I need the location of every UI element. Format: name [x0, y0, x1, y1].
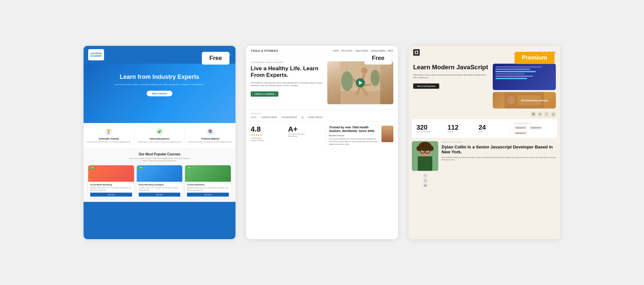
card-preview-health: Free YOGA & FITNESS Home All Courses Yog…: [246, 46, 398, 239]
ld-hero-sub: Lorem ipsum dolor sit amet, consectetur …: [90, 83, 229, 86]
ec-author-desc: Duis hendrerit consequat pulvinar leo po…: [442, 156, 557, 161]
ec-author: t in ▶ ABOUT THE AUTHOR Dylan Collin Is …: [412, 141, 557, 189]
hc-stat-rating: 4.8 ★★★★★ 1,356 RatingsGoogle Reviews: [251, 126, 283, 145]
ld-course-desc-3: Repellat praesentiam cum. Ullamcorper sc…: [187, 187, 229, 191]
svg-point-21: [428, 146, 434, 151]
ld-popular-sub: Lorem ipsum dolor sit amet, consectetur …: [88, 157, 231, 162]
hc-feat-logo-1: ⊙⊙⊙: [251, 116, 257, 119]
ld-features: 🏆 Actionable Training Lorem ipsum dolor …: [84, 123, 235, 148]
hc-stat-stars: ★★★★★: [251, 134, 283, 137]
ec-stat-articles: 112 Articles: [447, 124, 473, 133]
hc-stat-num-rating: 4.8: [251, 126, 283, 133]
ec-social-twitter[interactable]: t: [423, 174, 427, 177]
ld-course-thumb-3: Free: [185, 165, 231, 182]
ec-hero-images: Extraordinary sample: [493, 64, 556, 109]
ld-course-thumb-1: Free: [88, 165, 134, 182]
ec-icon-gear[interactable]: ⚙: [537, 112, 543, 117]
ld-course-body-3: Content Marketing Repellat praesentiam c…: [185, 182, 231, 199]
card-ecourse: Premium Lessons About Contact Learn Mode…: [409, 46, 560, 239]
hc-nav-courses[interactable]: All Courses: [341, 49, 352, 52]
ec-stat-years: 24 Years: [479, 124, 504, 133]
card-health-coach: Free YOGA & FITNESS Home All Courses Yog…: [246, 46, 398, 239]
ec-hero-title: Learn Modern JavaScript: [413, 64, 489, 71]
ec-about-label: ABOUT THE AUTHOR: [442, 141, 557, 143]
ld-course-thumb-2: Free: [137, 165, 183, 182]
badge-free-1[interactable]: Free: [202, 52, 230, 65]
ec-author-info: ABOUT THE AUTHOR Dylan Collin Is a Senio…: [442, 141, 557, 161]
ec-icon-image[interactable]: 🖼: [531, 112, 536, 117]
svg-rect-22: [418, 156, 432, 171]
ld-course-desc-2: In porttitor libero velit, Tincidunt viv…: [139, 187, 181, 191]
hc-testimonial-author: Boodoo Simone: [329, 135, 379, 137]
ld-course-btn-1[interactable]: See more: [90, 193, 132, 197]
ld-feature-desc-1: Lorem ipsum dolor sit amet, consectetur …: [86, 141, 131, 143]
ld-feature-desc-3: Lorem ipsum dolor sit amet, consectetur …: [188, 141, 233, 143]
hc-stat-label-grade: On Student ReviewsBBB Rating: [288, 133, 320, 138]
ld-course-badge-3: Free: [186, 167, 192, 169]
ec-hero-text: Learn Modern JavaScript Nulla semper rho…: [413, 64, 489, 109]
ec-icon-grid[interactable]: ⊞: [551, 112, 556, 117]
badge-premium[interactable]: Premium: [515, 52, 555, 64]
svg-point-14: [507, 96, 515, 104]
hc-hero-tag: ON-DEMAND VIDEO COURSES: [251, 61, 323, 63]
ec-logo-inner: [415, 51, 418, 54]
ld-courses: Free Social Media Marketing Repellat pra…: [88, 165, 231, 199]
hc-stat-desc: Trusted by over 7000 Health Seekers, Wor…: [326, 126, 394, 145]
ec-author-social: t in ▶: [423, 172, 427, 189]
ld-feature-title-2: Interesting Quizzes: [137, 138, 182, 140]
hc-feat-logo-2: LNKDIN PRESS: [261, 116, 277, 118]
ec-featured-logos: logolpsum logolpsum logolpsum: [514, 126, 553, 135]
ld-feature-title-1: Actionable Training: [86, 138, 131, 140]
ec-hero: Learn Modern JavaScript Nulla semper rho…: [409, 59, 560, 112]
ld-popular: Our Most Popular Courses Lorem ipsum dol…: [84, 148, 235, 202]
svg-point-20: [416, 146, 422, 151]
badge-free-2[interactable]: Free: [364, 52, 392, 65]
hc-feat-logo-3: CRUNCHBASE: [282, 116, 297, 118]
card-learndash: Free LearnDash ACADEMY Home All Courses: [84, 46, 235, 239]
ec-feat-logo-2: logolpsum: [529, 126, 542, 129]
ec-social-linkedin[interactable]: in: [423, 178, 427, 182]
ld-feature-title-3: Premium Material: [188, 138, 233, 140]
ld-course-body-1: Social Media Marketing Repellat praesent…: [88, 182, 134, 199]
hc-stat-num-grade: A+: [288, 126, 320, 133]
ec-hero-btn[interactable]: Start Learning Now: [413, 83, 439, 89]
hc-play-icon: [359, 81, 362, 85]
ld-hero-btn[interactable]: View Courses: [147, 91, 172, 96]
ec-hero-img-sec: Extraordinary sample: [493, 92, 556, 109]
hc-featured-label: Featured In: [251, 112, 393, 114]
ld-feature-2: 🧩 Interesting Quizzes Lorem ipsum dolor …: [134, 123, 185, 148]
ec-social-youtube[interactable]: ▶: [423, 183, 427, 187]
ld-course-1: Free Social Media Marketing Repellat pra…: [88, 165, 134, 199]
ld-course-2: Free Email Marketing Strategies In portt…: [137, 165, 183, 199]
ld-hero-title: Learn from Industry Experts: [90, 74, 229, 80]
ld-course-btn-3[interactable]: See more: [187, 193, 229, 197]
ec-icon-filter[interactable]: ▽: [544, 112, 549, 117]
ld-course-btn-2[interactable]: See more: [139, 193, 181, 197]
ec-feat-logo-3: logolpsum: [514, 131, 527, 135]
ld-course-title-2: Email Marketing Strategies: [139, 184, 181, 186]
hc-hero-btn[interactable]: VIEW ALL COURSES: [251, 91, 278, 97]
svg-text:Extraordinary sample: Extraordinary sample: [521, 99, 548, 102]
ec-stat-num-years: 24: [479, 124, 504, 131]
hc-logo: YOGA & FITNESS: [251, 49, 278, 52]
ld-feature-1: 🏆 Actionable Training Lorem ipsum dolor …: [84, 123, 134, 148]
hc-hero-desc: Get healthier by following lorem ipsum. …: [251, 81, 323, 87]
hc-hero-image: [327, 61, 393, 104]
ec-author-name: Dylan Collin Is a Senior Javascript Deve…: [442, 144, 557, 155]
ec-stat-label-years: Years: [479, 131, 504, 133]
card-preview-learndash: Free LearnDash ACADEMY Home All Courses: [84, 46, 235, 239]
ec-stat-num-hours: 320: [416, 124, 442, 131]
ec-stat-num-articles: 112: [447, 124, 473, 131]
ld-course-badge-1: Free: [89, 167, 95, 169]
svg-rect-12: [340, 91, 380, 104]
ec-code-lines: [493, 64, 556, 83]
ec-stats-section: 320 Hours of learning 112 Articles 24 Ye…: [412, 119, 557, 138]
card-preview-ecourse: Premium Lessons About Contact Learn Mode…: [409, 46, 560, 239]
ec-feat-logo-1: logolpsum: [514, 126, 527, 129]
cards-container: Free LearnDash ACADEMY Home All Courses: [74, 46, 570, 239]
ld-feature-icon-2: 🧩: [156, 128, 163, 136]
ld-course-3: Free Content Marketing Repellat praesent…: [185, 165, 231, 199]
hc-play-button[interactable]: [356, 78, 365, 87]
hc-nav-home[interactable]: Home: [333, 49, 339, 52]
hc-feat-logo-5: SOME PRESS: [308, 116, 322, 118]
